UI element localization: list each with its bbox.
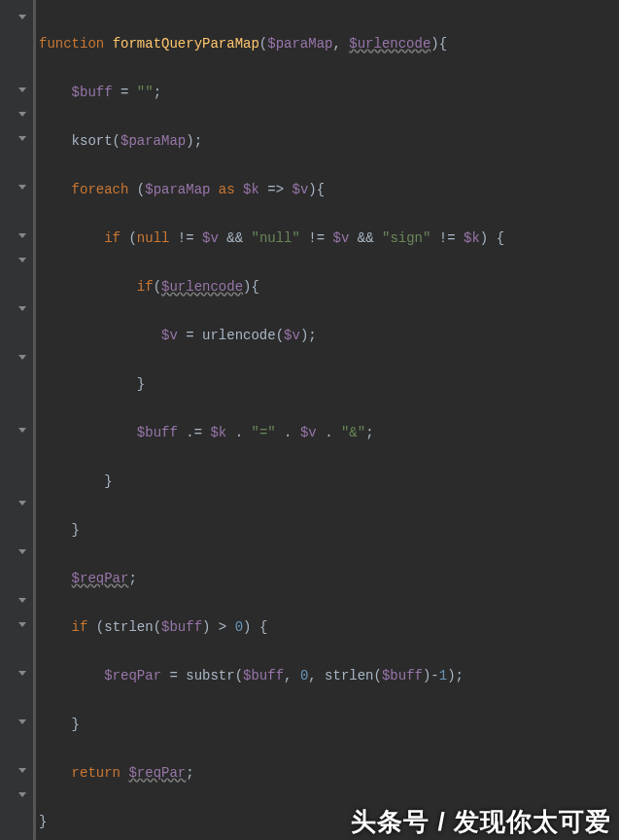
brace: ){	[308, 182, 325, 197]
punct: );	[447, 668, 464, 683]
code-line[interactable]: $buff = "";	[39, 81, 537, 105]
paren: (	[128, 230, 136, 246]
fold-marker-icon[interactable]	[17, 135, 27, 145]
variable: $v	[292, 182, 309, 197]
op: .	[235, 425, 252, 440]
brace: ){	[430, 36, 447, 52]
fold-marker-icon[interactable]	[17, 305, 27, 315]
text: ksort(	[39, 133, 120, 149]
punct: );	[300, 328, 317, 343]
variable: $paraMap	[120, 133, 186, 149]
variable: $buff	[382, 668, 423, 683]
variable: $v	[284, 328, 300, 343]
punct: ;	[128, 571, 136, 586]
code-line[interactable]: }	[39, 713, 537, 737]
code-line[interactable]: $reqPar = substr($buff, 0, strlen($buff)…	[39, 664, 537, 688]
punct: ;	[186, 765, 193, 781]
indent	[39, 425, 137, 440]
variable: $buff	[243, 668, 284, 683]
code-line[interactable]: }	[39, 470, 537, 494]
variable: $reqPar	[104, 668, 169, 683]
string: "null"	[252, 230, 309, 246]
keyword: foreach	[72, 182, 137, 197]
fold-marker-icon[interactable]	[17, 184, 27, 193]
variable: $reqPar	[128, 765, 186, 781]
fold-marker-icon[interactable]	[17, 597, 27, 607]
fold-marker-icon[interactable]	[17, 232, 27, 242]
fold-marker-icon[interactable]	[17, 427, 27, 437]
variable: $buff	[72, 85, 113, 100]
indent	[39, 182, 72, 197]
fold-marker-icon[interactable]	[17, 548, 27, 558]
string: "&"	[341, 425, 365, 440]
variable: $buff	[161, 619, 202, 635]
fold-marker-icon[interactable]	[17, 500, 27, 509]
fold-marker-icon[interactable]	[17, 767, 27, 777]
op: !=	[178, 230, 202, 246]
variable: $k	[210, 425, 234, 440]
vertical-line	[34, 0, 36, 840]
gutter	[0, 0, 34, 840]
code-line[interactable]: }	[39, 372, 537, 397]
variable: $paraMap	[267, 36, 332, 52]
variable: $v	[202, 230, 226, 246]
code-line[interactable]: foreach ($paraMap as $k => $v){	[39, 178, 537, 202]
variable: $urlencode	[161, 279, 243, 295]
punct: ;	[154, 85, 161, 100]
number: 0	[235, 619, 243, 635]
string: "="	[252, 425, 285, 440]
text: , strlen(	[308, 668, 382, 683]
fold-marker-icon[interactable]	[17, 718, 27, 728]
fold-marker-icon[interactable]	[17, 87, 27, 96]
code-line[interactable]: $reqPar;	[39, 567, 537, 591]
code-line[interactable]: if($urlencode){	[39, 275, 537, 299]
punct: ,	[332, 36, 349, 52]
keyword: if	[104, 230, 128, 246]
indent	[39, 328, 161, 343]
code-line[interactable]: if (strlen($buff) > 0) {	[39, 615, 537, 640]
brace: ) {	[243, 619, 267, 635]
code-line[interactable]: $v = urlencode($v);	[39, 324, 537, 348]
indent	[39, 619, 72, 635]
fold-marker-icon[interactable]	[17, 14, 27, 23]
fold-marker-icon[interactable]	[17, 257, 27, 266]
keyword: null	[137, 230, 178, 246]
fold-marker-icon[interactable]	[17, 791, 27, 801]
code-line[interactable]: return $reqPar;	[39, 761, 537, 786]
op: &&	[358, 230, 382, 246]
keyword: if	[137, 279, 154, 295]
brace: ){	[243, 279, 259, 295]
op: !=	[308, 230, 332, 246]
fold-marker-icon[interactable]	[17, 670, 27, 680]
op: .	[325, 425, 341, 440]
fold-marker-icon[interactable]	[17, 354, 27, 364]
op: =>	[267, 182, 292, 197]
fold-marker-icon[interactable]	[17, 111, 27, 121]
code-line[interactable]: $buff .= $k . "=" . $v . "&";	[39, 421, 537, 445]
indent	[39, 279, 137, 295]
variable: $v	[300, 425, 325, 440]
indent	[39, 765, 72, 781]
code-line[interactable]: }	[39, 518, 537, 542]
brace: }	[39, 376, 145, 392]
keyword: if	[72, 619, 96, 635]
code-line[interactable]: if (null != $v && "null" != $v && "sign"…	[39, 227, 537, 251]
code-editor[interactable]: function formatQueryParaMap($paraMap, $u…	[0, 0, 619, 840]
variable: $reqPar	[72, 571, 129, 586]
code-area[interactable]: function formatQueryParaMap($paraMap, $u…	[39, 8, 537, 840]
keyword: as	[219, 182, 243, 197]
brace: }	[39, 717, 80, 732]
string: "sign"	[382, 230, 439, 246]
variable: $urlencode	[349, 36, 430, 52]
string: ""	[137, 85, 154, 100]
op: &&	[226, 230, 251, 246]
number: 1	[439, 668, 447, 683]
op: .=	[186, 425, 210, 440]
paren: (	[259, 36, 267, 52]
code-line[interactable]: function formatQueryParaMap($paraMap, $u…	[39, 32, 537, 56]
fold-marker-icon[interactable]	[17, 621, 27, 631]
punct: ,	[284, 668, 300, 683]
paren: (	[154, 279, 161, 295]
variable: $v	[161, 328, 186, 343]
code-line[interactable]: ksort($paraMap);	[39, 129, 537, 154]
